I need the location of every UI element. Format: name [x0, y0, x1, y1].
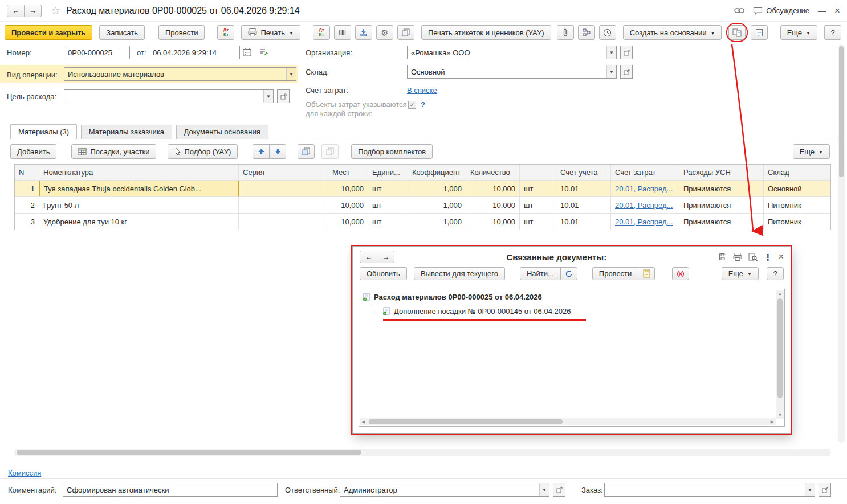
organization-open-button[interactable] — [620, 46, 633, 59]
discussion-button[interactable]: Обсуждение — [753, 6, 809, 15]
comment-field[interactable]: Сформирован автоматически — [63, 483, 278, 497]
grid-more-button[interactable]: Еще▼ — [793, 144, 830, 159]
col-header[interactable]: Счет учета — [556, 165, 611, 180]
print-icon[interactable] — [733, 253, 742, 261]
popup-back-button[interactable]: ← — [360, 251, 377, 263]
tab-base-documents[interactable]: Документы основания — [176, 125, 268, 139]
settings-button[interactable]: ⚙ — [376, 25, 393, 40]
cost-account-link[interactable]: В списке — [407, 86, 437, 95]
scroll-down-icon[interactable]: ▼ — [776, 411, 784, 419]
paste-rows-button[interactable] — [321, 144, 339, 159]
back-button[interactable]: ← — [7, 5, 25, 17]
cost-account-cell-link[interactable]: 20.01, Распред... — [615, 201, 673, 210]
vertical-scrollbar[interactable] — [838, 44, 845, 443]
number-field[interactable]: 0Р00-000025 — [64, 46, 130, 59]
popup-close-icon[interactable]: × — [779, 252, 784, 262]
write-button[interactable]: Записать — [99, 25, 145, 40]
popup-more-button[interactable]: Еще▼ — [722, 267, 759, 280]
purpose-select[interactable]: ▼ — [64, 89, 274, 103]
order-select[interactable]: ▼ — [604, 483, 815, 497]
calendar-icon[interactable] — [243, 48, 251, 58]
col-header[interactable]: Склад — [764, 165, 830, 180]
responsible-open-button[interactable] — [553, 483, 565, 497]
operation-select[interactable]: Использование материалов ▼ — [64, 67, 296, 81]
pick-uau-button[interactable]: Подбор (УАУ) — [168, 144, 238, 159]
horizontal-scrollbar[interactable] — [14, 449, 831, 456]
dt-kt-report-button[interactable]: ДтКт — [313, 25, 330, 40]
move-row-down-button[interactable] — [269, 144, 286, 159]
move-row-up-button[interactable] — [253, 144, 270, 159]
tab-customer-materials[interactable]: Материалы заказчика — [81, 125, 172, 139]
chevron-down-icon[interactable]: ▼ — [286, 68, 296, 80]
commission-link[interactable]: Комиссия — [8, 469, 41, 477]
scroll-left-icon[interactable]: ◀ — [360, 418, 367, 425]
table-row[interactable]: 3 Удобрение для туи 10 кг 10,000 шт 1,00… — [15, 213, 830, 230]
more-button[interactable]: Еще▼ — [780, 25, 817, 40]
plantings-button[interactable]: Посадки, участки — [71, 144, 156, 159]
post-document-icon-button[interactable] — [638, 267, 655, 280]
add-row-button[interactable]: Добавить — [10, 144, 56, 159]
help-button[interactable]: ? — [824, 25, 841, 40]
load-data-button[interactable] — [355, 25, 372, 40]
find-button[interactable]: Найти... — [520, 267, 561, 280]
table-row[interactable]: 1 Туя западная Thuja occidentalis Golden… — [15, 180, 830, 196]
dt-kt-button[interactable]: ДтКт — [217, 25, 234, 40]
cost-account-cell-link[interactable]: 20.01, Распред... — [615, 185, 673, 193]
structure-button[interactable] — [578, 25, 595, 40]
warehouse-select[interactable]: Основной ▼ — [407, 65, 617, 79]
col-header[interactable]: Счет затрат — [611, 165, 679, 180]
scrollbar-thumb[interactable] — [839, 46, 844, 177]
minimize-icon[interactable]: — — [818, 6, 826, 15]
save-icon[interactable] — [719, 253, 727, 261]
col-header[interactable]: N — [15, 165, 39, 180]
post-and-close-button[interactable]: Провести и закрыть — [5, 25, 92, 40]
purpose-open-button[interactable] — [277, 89, 290, 103]
scroll-up-icon[interactable]: ▲ — [776, 290, 784, 297]
tree-item-child[interactable]: Дополнение посадки № 0Р00-000145 от 06.0… — [372, 307, 571, 315]
popup-vertical-scrollbar[interactable]: ▲ ▼ — [776, 290, 784, 419]
show-for-current-button[interactable]: Вывести для текущего — [414, 267, 505, 280]
create-on-base-button[interactable]: Создать на основании▼ — [623, 25, 722, 40]
focused-cell[interactable]: Туя западная Thuja occidentalis Golden G… — [39, 181, 239, 196]
warehouse-open-button[interactable] — [620, 65, 633, 79]
chevron-down-icon[interactable]: ▼ — [539, 483, 549, 496]
col-header[interactable]: Номенклатура — [39, 165, 239, 180]
tab-materials[interactable]: Материалы (3) — [10, 124, 77, 139]
popup-forward-button[interactable]: → — [377, 251, 394, 263]
date-field[interactable]: 06.04.2026 9:29:14 — [149, 46, 240, 59]
copy-document-button[interactable] — [397, 25, 414, 40]
col-header[interactable]: Расходы УСН — [679, 165, 764, 180]
col-header[interactable]: Количество — [466, 165, 520, 180]
pick-kits-button[interactable]: Подбор комплектов — [351, 144, 433, 159]
chevron-down-icon[interactable]: ▼ — [263, 90, 273, 103]
chevron-down-icon[interactable]: ▼ — [606, 65, 616, 78]
scrollbar-thumb[interactable] — [17, 450, 361, 455]
attachments-button[interactable] — [557, 25, 574, 40]
popup-post-button[interactable]: Провести — [592, 267, 639, 280]
scroll-right-icon[interactable]: ▶ — [768, 418, 776, 425]
popup-horizontal-scrollbar[interactable]: ◀ ▶ — [360, 418, 776, 425]
kebab-menu-icon[interactable]: ⋮ — [764, 253, 772, 261]
close-icon[interactable]: × — [834, 5, 840, 17]
col-header[interactable]: Коэффициент — [408, 165, 466, 180]
col-header[interactable]: Серия — [239, 165, 328, 180]
copy-rows-button[interactable] — [298, 144, 315, 159]
order-open-button[interactable] — [819, 483, 831, 497]
barcode-scanner-button[interactable] — [334, 25, 351, 40]
table-row[interactable]: 2 Грунт 50 л 10,000 шт 1,000 10,000 шт 1… — [15, 196, 830, 213]
reset-search-button[interactable] — [560, 267, 577, 280]
chevron-down-icon[interactable]: ▼ — [606, 46, 616, 59]
scrollbar-thumb[interactable] — [369, 419, 563, 424]
popup-help-button[interactable]: ? — [767, 267, 784, 280]
get-link-icon[interactable] — [734, 7, 744, 14]
deletion-mark-button[interactable] — [672, 267, 689, 280]
preview-icon[interactable] — [748, 253, 758, 261]
organization-select[interactable]: «Ромашка» ООО ▼ — [407, 46, 617, 59]
post-button[interactable]: Провести — [158, 25, 205, 40]
forward-button[interactable]: → — [24, 5, 42, 17]
responsible-select[interactable]: Администратор ▼ — [340, 483, 549, 497]
favorite-star-icon[interactable]: ☆ — [51, 4, 60, 17]
col-header[interactable]: Мест — [328, 165, 368, 180]
tree-item-root[interactable]: Расход материалов 0Р00-000025 от 06.04.2… — [363, 293, 542, 301]
col-header[interactable]: Едини... — [368, 165, 408, 180]
